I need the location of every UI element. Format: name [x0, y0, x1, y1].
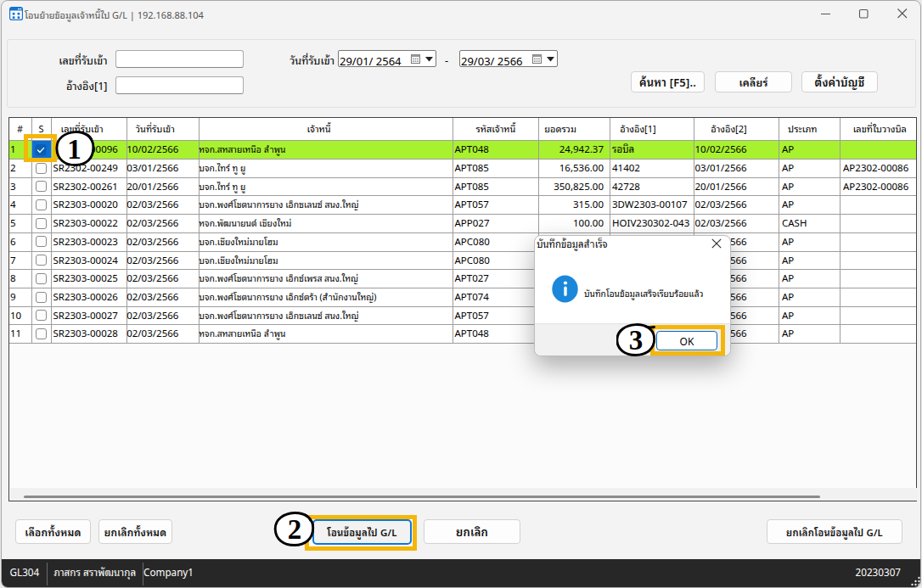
svg-text:2: 2	[288, 514, 302, 545]
svg-text:1: 1	[67, 134, 82, 165]
svg-text:3: 3	[629, 325, 644, 356]
